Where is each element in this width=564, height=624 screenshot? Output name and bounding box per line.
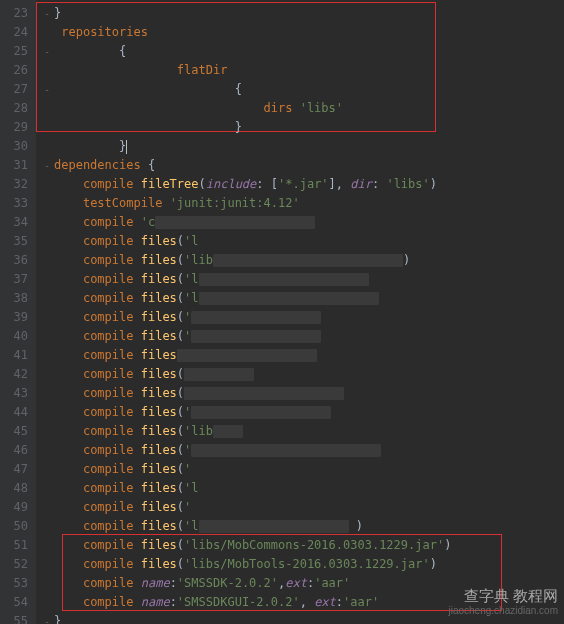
code-line: compile files( bbox=[36, 365, 564, 384]
code-line: testCompile 'junit:junit:4.12' bbox=[36, 194, 564, 213]
code-line: compile files('l bbox=[36, 479, 564, 498]
fold-icon[interactable]: - bbox=[44, 4, 54, 23]
code-line: compile files('l bbox=[36, 289, 564, 308]
redacted-text bbox=[213, 425, 243, 438]
code-line: compile files(' bbox=[36, 403, 564, 422]
line-number: 46 bbox=[4, 441, 28, 460]
code-line: compile files('lib bbox=[36, 422, 564, 441]
code-editor[interactable]: 2324252627282930313233343536373839404142… bbox=[0, 0, 564, 624]
code-line: compile 'c bbox=[36, 213, 564, 232]
line-number: 49 bbox=[4, 498, 28, 517]
watermark: 查字典 教程网 jiaocheng.chazidian.com bbox=[448, 588, 558, 618]
code-line: compile files( bbox=[36, 384, 564, 403]
line-number: 45 bbox=[4, 422, 28, 441]
redacted-text bbox=[199, 520, 349, 533]
code-line: -} bbox=[36, 4, 564, 23]
redacted-text bbox=[184, 368, 254, 381]
code-line: compile files(' bbox=[36, 327, 564, 346]
code-line: compile files('l ) bbox=[36, 517, 564, 536]
fold-icon[interactable]: - bbox=[44, 612, 54, 624]
line-number: 52 bbox=[4, 555, 28, 574]
line-number: 29 bbox=[4, 118, 28, 137]
redacted-text bbox=[184, 387, 344, 400]
code-line: compile files('libs/MobTools-2016.0303.1… bbox=[36, 555, 564, 574]
code-line: compile files(' bbox=[36, 441, 564, 460]
redacted-text bbox=[199, 292, 379, 305]
line-number: 24 bbox=[4, 23, 28, 42]
code-line: compile files(' bbox=[36, 308, 564, 327]
line-number: 32 bbox=[4, 175, 28, 194]
line-number: 37 bbox=[4, 270, 28, 289]
fold-icon[interactable]: - bbox=[44, 42, 54, 61]
code-line: - { bbox=[36, 80, 564, 99]
code-line: repositories bbox=[36, 23, 564, 42]
line-number: 34 bbox=[4, 213, 28, 232]
code-line: compile files('lib) bbox=[36, 251, 564, 270]
line-number: 36 bbox=[4, 251, 28, 270]
code-line: compile files(' bbox=[36, 498, 564, 517]
line-number: 44 bbox=[4, 403, 28, 422]
redacted-text bbox=[177, 349, 317, 362]
line-number: 42 bbox=[4, 365, 28, 384]
line-number: 55 bbox=[4, 612, 28, 624]
code-line: } bbox=[36, 118, 564, 137]
line-number: 28 bbox=[4, 99, 28, 118]
line-number: 25 bbox=[4, 42, 28, 61]
line-number: 27 bbox=[4, 80, 28, 99]
code-line: compile files('l bbox=[36, 232, 564, 251]
redacted-text bbox=[191, 330, 321, 343]
line-number: 30 bbox=[4, 137, 28, 156]
code-area[interactable]: -} repositories - { flatDir - { dirs 'li… bbox=[36, 0, 564, 624]
code-line: compile files(' bbox=[36, 460, 564, 479]
redacted-text bbox=[199, 273, 369, 286]
code-line: compile files('libs/MobCommons-2016.0303… bbox=[36, 536, 564, 555]
code-line: } bbox=[36, 137, 564, 156]
code-line: compile files bbox=[36, 346, 564, 365]
code-line: -dependencies { bbox=[36, 156, 564, 175]
line-number: 31 bbox=[4, 156, 28, 175]
text-caret bbox=[126, 140, 127, 154]
line-number: 33 bbox=[4, 194, 28, 213]
line-number: 40 bbox=[4, 327, 28, 346]
line-number: 39 bbox=[4, 308, 28, 327]
line-number: 43 bbox=[4, 384, 28, 403]
line-number: 26 bbox=[4, 61, 28, 80]
line-number: 54 bbox=[4, 593, 28, 612]
code-line: flatDir bbox=[36, 61, 564, 80]
line-number: 38 bbox=[4, 289, 28, 308]
redacted-text bbox=[191, 444, 381, 457]
line-number: 23 bbox=[4, 4, 28, 23]
line-number: 51 bbox=[4, 536, 28, 555]
line-number: 35 bbox=[4, 232, 28, 251]
line-number-gutter: 2324252627282930313233343536373839404142… bbox=[0, 0, 36, 624]
redacted-text bbox=[191, 311, 321, 324]
fold-icon[interactable]: - bbox=[44, 156, 54, 175]
code-line: compile files('l bbox=[36, 270, 564, 289]
line-number: 47 bbox=[4, 460, 28, 479]
line-number: 53 bbox=[4, 574, 28, 593]
redacted-text bbox=[213, 254, 403, 267]
line-number: 48 bbox=[4, 479, 28, 498]
line-number: 50 bbox=[4, 517, 28, 536]
code-line: dirs 'libs' bbox=[36, 99, 564, 118]
fold-icon[interactable]: - bbox=[44, 80, 54, 99]
code-line: compile fileTree(include: ['*.jar'], dir… bbox=[36, 175, 564, 194]
redacted-text bbox=[155, 216, 315, 229]
redacted-text bbox=[191, 406, 331, 419]
code-line: - { bbox=[36, 42, 564, 61]
line-number: 41 bbox=[4, 346, 28, 365]
